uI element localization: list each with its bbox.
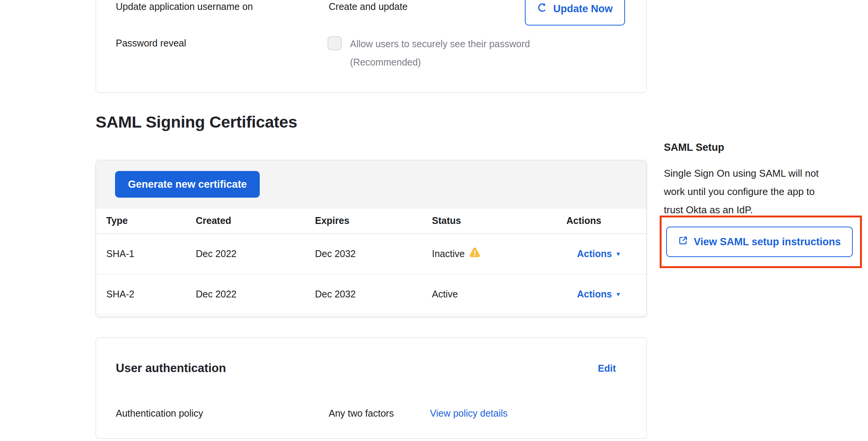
external-link-icon — [678, 235, 688, 248]
sign-on-settings-card: Update application username on Create an… — [96, 0, 647, 93]
cell-created: Dec 2022 — [185, 274, 305, 314]
actions-dropdown[interactable]: Actions▼ — [577, 289, 621, 299]
warning-icon — [469, 248, 480, 260]
saml-setup-heading: SAML Setup — [664, 142, 724, 153]
username-update-label: Update application username on — [116, 1, 253, 12]
username-update-value: Create and update — [329, 1, 408, 12]
auth-policy-label: Authentication policy — [116, 408, 203, 419]
view-saml-instructions-label: View SAML setup instructions — [694, 236, 841, 248]
saml-setup-description: Single Sign On using SAML will not work … — [664, 164, 819, 219]
certificates-card-header: Generate new certificate — [96, 160, 646, 208]
caret-down-icon: ▼ — [615, 251, 621, 257]
page-title: SAML Signing Certificates — [96, 113, 297, 131]
auth-policy-value: Any two factors — [329, 408, 394, 419]
column-header-type: Type — [96, 208, 185, 233]
cell-expires: Dec 2032 — [305, 274, 422, 314]
certificates-table: Type Created Expires Status Actions SHA-… — [96, 208, 646, 315]
generate-certificate-button[interactable]: Generate new certificate — [115, 171, 260, 198]
update-now-label: Update Now — [553, 3, 612, 15]
view-policy-details-link[interactable]: View policy details — [430, 408, 508, 419]
saml-setup-description-line: trust Okta as an IdP. — [664, 201, 819, 219]
saml-setup-description-line: work until you configure the app to — [664, 182, 819, 201]
view-saml-instructions-button[interactable]: View SAML setup instructions — [666, 227, 853, 257]
certificates-card: Generate new certificate Type Created Ex… — [96, 160, 647, 317]
user-authentication-card: User authentication Edit Authentication … — [96, 337, 647, 439]
actions-dropdown[interactable]: Actions▼ — [577, 248, 621, 259]
password-reveal-label: Password reveal — [116, 38, 186, 49]
column-header-status: Status — [422, 208, 556, 233]
table-header-row: Type Created Expires Status Actions — [96, 208, 646, 233]
column-header-expires: Expires — [305, 208, 422, 233]
column-header-created: Created — [185, 208, 305, 233]
status-text: Inactive — [432, 248, 465, 259]
password-reveal-checkbox-label: Allow users to securely see their passwo… — [350, 38, 530, 50]
password-reveal-checkbox[interactable] — [328, 36, 342, 50]
cell-expires: Dec 2032 — [305, 233, 422, 274]
refresh-icon — [537, 2, 548, 16]
cell-status: Active — [422, 274, 556, 314]
table-row: SHA-1 Dec 2022 Dec 2032 Inactive — [96, 233, 646, 274]
status-text: Active — [432, 289, 458, 300]
user-authentication-title: User authentication — [116, 361, 226, 375]
cell-created: Dec 2022 — [185, 233, 305, 274]
password-reveal-checkbox-label-2: (Recommended) — [350, 57, 421, 68]
caret-down-icon: ▼ — [615, 291, 621, 297]
edit-button[interactable]: Edit — [598, 363, 616, 374]
cell-type: SHA-1 — [96, 233, 185, 274]
update-now-button[interactable]: Update Now — [525, 0, 625, 26]
table-row: SHA-2 Dec 2022 Dec 2032 Active Actions▼ — [96, 274, 646, 314]
cell-status: Inactive — [422, 233, 556, 274]
column-header-actions: Actions — [556, 208, 646, 233]
cell-type: SHA-2 — [96, 274, 185, 314]
saml-setup-description-line: Single Sign On using SAML will not — [664, 164, 819, 182]
